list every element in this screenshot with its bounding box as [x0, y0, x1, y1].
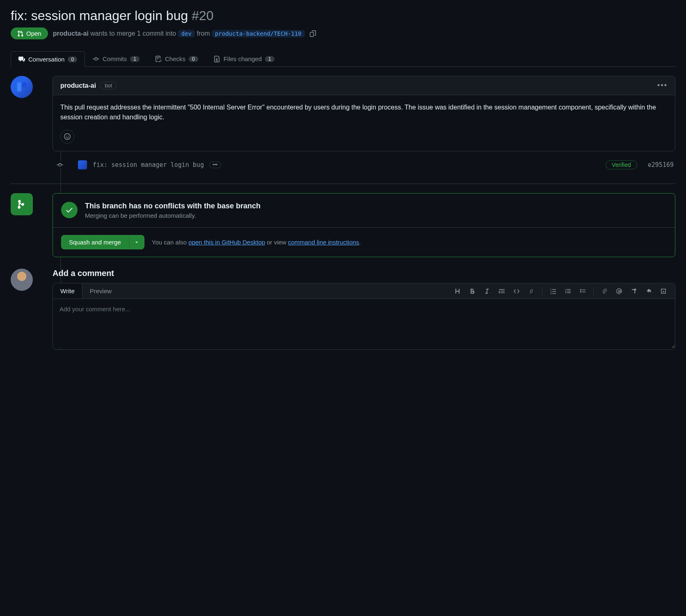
open-desktop-link[interactable]: open this in GitHub Desktop [188, 239, 265, 246]
author-avatar[interactable] [11, 76, 33, 98]
pr-tabs: Conversation 0 Commits 1 Checks 0 Files … [11, 51, 675, 67]
merge-status-subtitle: Merging can be performed automatically. [85, 212, 261, 219]
tab-commits-count: 1 [130, 56, 139, 62]
unordered-list-icon[interactable] [561, 285, 574, 297]
add-reaction-button[interactable] [60, 130, 74, 144]
editor-toolbar [451, 285, 675, 297]
svg-point-3 [565, 290, 566, 291]
italic-icon[interactable] [480, 285, 494, 297]
link-icon[interactable] [525, 285, 538, 297]
diff-icon[interactable] [657, 285, 670, 297]
merge-text-1: wants to merge 1 commit into [90, 30, 176, 37]
state-label: Open [26, 30, 41, 37]
tab-files-label: Files changed [224, 55, 262, 62]
merge-box: This branch has no conflicts with the ba… [53, 193, 675, 257]
current-user-avatar[interactable] [11, 269, 33, 291]
tab-checks-count: 0 [189, 56, 198, 62]
git-commit-icon [93, 56, 99, 62]
merge-status-title: This branch has no conflicts with the ba… [85, 202, 261, 210]
tab-commits[interactable]: Commits 1 [85, 51, 147, 66]
cross-reference-icon[interactable] [627, 285, 640, 297]
base-branch-chip[interactable]: dev [178, 30, 195, 37]
commit-row: fix: session manager login bug ••• Verif… [11, 157, 675, 173]
tab-checks[interactable]: Checks 0 [147, 51, 206, 66]
svg-rect-0 [17, 82, 21, 92]
state-badge-open: Open [11, 27, 48, 39]
tab-conversation-count: 0 [68, 57, 77, 62]
commit-author-avatar[interactable] [78, 160, 87, 169]
copy-icon[interactable] [310, 30, 316, 37]
bot-badge: bot [100, 82, 117, 89]
pr-title-text: fix: session manager login bug [11, 8, 188, 23]
bold-icon[interactable] [466, 285, 479, 297]
toolbar-separator [593, 287, 594, 295]
tab-conversation[interactable]: Conversation 0 [11, 51, 85, 67]
tab-files-changed[interactable]: Files changed 1 [206, 51, 282, 66]
smiley-icon [64, 133, 71, 140]
attach-icon[interactable] [598, 285, 611, 297]
commit-menu-icon[interactable]: ••• [210, 162, 221, 168]
file-diff-icon [214, 56, 220, 62]
tab-commits-label: Commits [103, 55, 127, 62]
comment-menu-icon[interactable]: ••• [657, 81, 668, 90]
comment-author[interactable]: producta-ai [60, 82, 96, 89]
comment-discussion-icon [18, 56, 25, 63]
comment-textarea[interactable] [53, 299, 675, 348]
pr-author[interactable]: producta-ai [53, 30, 89, 37]
mention-icon[interactable] [613, 285, 626, 297]
tab-checks-label: Checks [165, 55, 185, 62]
pr-title: fix: session manager login bug #20 [11, 8, 675, 23]
git-merge-icon [17, 199, 27, 209]
add-comment-heading: Add a comment [53, 269, 675, 278]
checklist-icon [155, 56, 162, 62]
timeline-divider [11, 183, 675, 184]
squash-merge-button[interactable]: Squash and merge [61, 235, 129, 249]
reply-icon[interactable] [642, 285, 655, 297]
editor-tab-write[interactable]: Write [53, 283, 82, 299]
tab-conversation-label: Conversation [28, 56, 64, 63]
ordered-list-icon[interactable] [547, 285, 560, 297]
commit-sha[interactable]: e295169 [648, 161, 674, 169]
tab-files-count: 1 [265, 56, 274, 62]
task-list-icon[interactable] [576, 285, 589, 297]
triangle-down-icon [134, 240, 139, 245]
merge-dropdown-button[interactable] [129, 235, 144, 249]
merge-text-2: from [197, 30, 210, 37]
cli-instructions-link[interactable]: command line instructions [288, 239, 359, 246]
svg-point-2 [565, 289, 566, 290]
pr-meta: Open producta-ai wants to merge 1 commit… [11, 27, 675, 39]
quote-icon[interactable] [495, 285, 508, 297]
toolbar-separator [542, 287, 542, 295]
comment-editor: Write Preview [53, 283, 675, 350]
merge-help-text: You can also open this in GitHub Desktop… [152, 239, 361, 246]
check-circle-icon [61, 202, 78, 218]
git-commit-icon [57, 162, 63, 168]
pr-number: #20 [192, 8, 213, 23]
heading-icon[interactable] [451, 285, 464, 297]
merge-status-icon [11, 193, 33, 215]
verified-badge[interactable]: Verified [606, 160, 637, 169]
comment-body: This pull request addresses the intermit… [53, 95, 675, 130]
head-branch-chip[interactable]: producta-backend/TECH-110 [212, 30, 305, 37]
svg-point-4 [565, 292, 566, 293]
svg-rect-1 [22, 82, 26, 88]
commit-message[interactable]: fix: session manager login bug [93, 161, 204, 169]
comment-box: producta-ai bot ••• This pull request ad… [53, 76, 675, 151]
git-pull-request-icon [17, 30, 24, 37]
code-icon[interactable] [510, 285, 523, 297]
editor-tab-preview[interactable]: Preview [82, 283, 119, 299]
